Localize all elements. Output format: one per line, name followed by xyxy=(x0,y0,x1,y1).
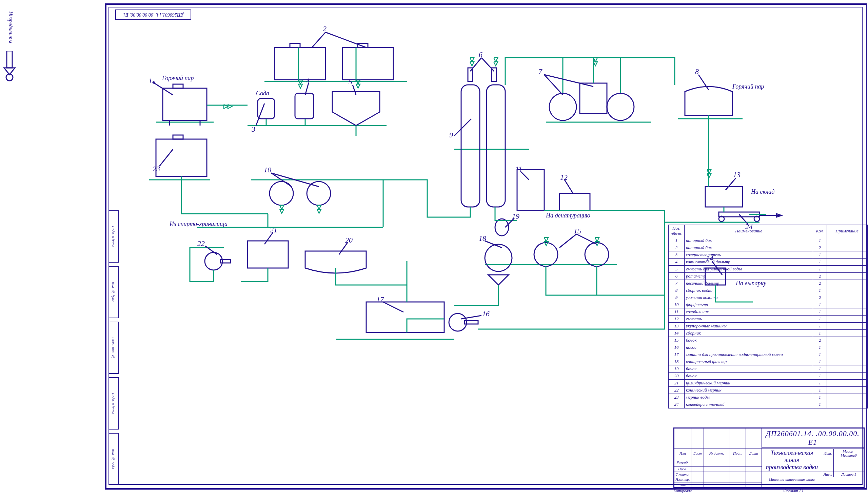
title-block: ДП260601.14. .00.00.00.00. Е1 Изм Лист №… xyxy=(673,427,865,488)
th-qty: Кол. xyxy=(813,225,827,237)
svg-point-30 xyxy=(607,93,634,120)
svg-rect-20 xyxy=(290,44,300,48)
table-row: 13укупорочные машины1 xyxy=(668,323,867,330)
th-pos: Поз. обозн. xyxy=(668,225,685,237)
callout-23: 23 xyxy=(153,165,160,173)
svg-rect-28 xyxy=(486,85,505,207)
svg-rect-19 xyxy=(274,48,325,80)
svg-rect-31 xyxy=(580,83,607,114)
svg-rect-22 xyxy=(358,44,368,48)
side-tab: Подп. и дата xyxy=(108,377,119,429)
svg-line-67 xyxy=(565,180,573,193)
th-name: Наименование xyxy=(685,225,813,237)
svg-rect-47 xyxy=(366,302,444,332)
tb-sheets: Листов xyxy=(841,472,853,476)
svg-line-70 xyxy=(560,234,577,248)
svg-line-68 xyxy=(726,178,736,190)
callout-21: 21 xyxy=(270,226,277,235)
tb-h-list: Лист xyxy=(691,448,704,458)
svg-point-44 xyxy=(495,219,509,236)
callout-2: 2 xyxy=(323,24,326,33)
svg-rect-21 xyxy=(342,48,393,80)
note-soda: Сода xyxy=(256,90,269,97)
table-row: 16насос1 xyxy=(668,344,867,351)
svg-line-54 xyxy=(325,32,366,48)
svg-point-43 xyxy=(485,244,512,271)
callout-4: 4 xyxy=(306,76,309,85)
side-tab: Подп. и дата xyxy=(108,210,119,262)
callout-5: 5 xyxy=(349,78,352,86)
table-row: 3солерастворитель1 xyxy=(668,251,867,258)
callout-6: 6 xyxy=(479,50,482,59)
svg-point-52 xyxy=(153,82,154,83)
tb-subtype: Машинно-аппаратная схема xyxy=(762,472,822,487)
svg-point-42 xyxy=(585,243,608,266)
tb-mass: Масса xyxy=(843,449,853,453)
table-row: 7песочный фильтр2 xyxy=(668,280,867,287)
callout-9: 9 xyxy=(449,131,453,139)
callout-3: 3 xyxy=(252,125,255,134)
svg-rect-27 xyxy=(461,85,480,207)
svg-point-41 xyxy=(534,243,558,266)
table-row: 24конвейер ленточный1 xyxy=(668,401,867,409)
callout-11: 11 xyxy=(515,165,522,173)
table-row: 18контрольный фильтр1 xyxy=(668,358,867,365)
tb-code: ДП260601.14. .00.00.00.00. Е1 xyxy=(762,428,864,448)
callout-17: 17 xyxy=(376,295,384,304)
side-tab: Инв. № подл. xyxy=(108,433,119,485)
tb-h-sign: Подп. xyxy=(730,448,746,458)
note-steam-r: Горячий пар xyxy=(732,83,764,90)
callout-12: 12 xyxy=(560,173,568,182)
table-row: 11холодильник1 xyxy=(668,308,867,315)
side-tab: Взам. инв. № xyxy=(108,322,119,374)
callout-1: 1 xyxy=(148,76,152,85)
table-row: 21цилиндрический мерник1 xyxy=(668,380,867,387)
table-row: 1напорный бак1 xyxy=(668,237,867,244)
svg-line-53 xyxy=(312,32,325,48)
svg-line-58 xyxy=(470,58,481,71)
svg-point-45 xyxy=(449,313,466,331)
table-row: 15бачок2 xyxy=(668,337,867,344)
svg-rect-48 xyxy=(248,241,288,268)
svg-line-59 xyxy=(481,58,494,71)
svg-rect-18 xyxy=(173,135,183,139)
table-row: 4катионитовый фильтр1 xyxy=(668,258,867,266)
svg-line-73 xyxy=(383,302,404,312)
note-denat: На денатурацию xyxy=(546,212,590,219)
svg-line-63 xyxy=(454,119,471,136)
svg-line-60 xyxy=(544,75,563,95)
svg-rect-36 xyxy=(705,187,743,207)
svg-rect-24 xyxy=(295,93,314,119)
table-row: 19бачок1 xyxy=(668,365,867,373)
table-row: 8сборник водки1 xyxy=(668,287,867,294)
tb-check: Пров. xyxy=(674,466,691,472)
svg-rect-17 xyxy=(156,139,207,176)
th-note: Примечание xyxy=(827,225,868,237)
callout-15: 15 xyxy=(574,227,581,236)
svg-line-57 xyxy=(353,85,356,95)
svg-point-49 xyxy=(205,252,223,270)
parts-table: Поз. обозн. Наименование Кол. Примечание… xyxy=(668,225,868,409)
callout-19: 19 xyxy=(512,212,519,221)
tb-ncontr: Н.контр. xyxy=(674,477,691,482)
footer-copied: Копировал xyxy=(673,489,692,494)
callout-22: 22 xyxy=(197,239,205,248)
svg-rect-0 xyxy=(7,51,12,68)
note-storage: Из спирто-хранилища xyxy=(170,221,228,228)
tb-title1: Технологическая линия xyxy=(771,449,813,463)
tb-scale: Масштаб xyxy=(841,453,857,457)
table-row: 22конический мерник1 xyxy=(668,387,867,394)
table-row: 5емкость для умягченной воды1 xyxy=(668,266,867,273)
tb-sheets-val: 1 xyxy=(854,472,856,476)
note-warehouse: На склад xyxy=(751,188,775,195)
svg-line-71 xyxy=(577,234,597,244)
footer-format: Формат А1 xyxy=(783,489,803,494)
svg-point-33 xyxy=(307,182,331,205)
tb-h-date: Дата xyxy=(746,448,762,458)
ingredients-label: Ингредиенты xyxy=(5,3,14,51)
callout-20: 20 xyxy=(345,236,353,245)
note-steam-l: Горячий пар xyxy=(162,75,194,82)
svg-line-79 xyxy=(159,149,173,166)
tb-h-izm: Изм xyxy=(674,448,691,458)
callout-18: 18 xyxy=(479,234,486,243)
